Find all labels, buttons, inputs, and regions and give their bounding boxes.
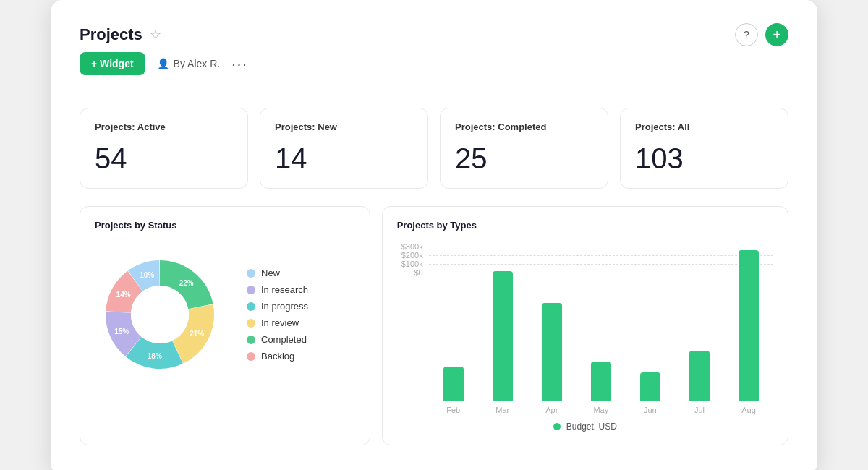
user-label: By Alex R. [174, 58, 221, 69]
bar-group-Aug [724, 242, 773, 401]
legend-label-0: New [261, 268, 280, 278]
legend-item-1: In research [247, 284, 308, 295]
stat-value-0: 54 [95, 142, 233, 175]
stat-label-0: Projects: Active [95, 121, 233, 132]
legend-dot-5 [247, 352, 255, 361]
legend-label-3: In review [261, 317, 299, 328]
toolbar: + Widget 👤 By Alex R. ··· [80, 52, 788, 75]
budget-legend-label: Budget, USD [566, 422, 617, 432]
by-user-filter[interactable]: 👤 By Alex R. [157, 58, 221, 69]
x-label-Apr: Apr [527, 406, 576, 414]
stat-value-3: 103 [635, 142, 773, 175]
legend-dot-3 [247, 319, 255, 328]
widget-button[interactable]: + Widget [80, 52, 145, 75]
status-chart-card: Projects by Status 22%21%18%15%14%10% Ne… [80, 206, 370, 445]
bar-Apr[interactable] [542, 303, 562, 401]
stat-card-1: Projects: New 14 [260, 108, 428, 189]
budget-legend-dot [553, 423, 561, 430]
legend-item-3: In review [247, 317, 308, 328]
more-options-button[interactable]: ··· [231, 56, 248, 72]
bar-Feb[interactable] [443, 367, 464, 401]
legend-dot-4 [247, 336, 255, 344]
types-chart-title: Projects by Types [397, 220, 773, 231]
header: Projects ☆ ? + [80, 23, 788, 46]
grid-label-100: $100k [397, 260, 423, 268]
donut-label-4: 14% [116, 291, 131, 299]
grid-label-200: $200k [397, 251, 423, 260]
donut-legend: New In research In progress In review Co… [247, 268, 308, 362]
bar-Mar[interactable] [493, 271, 513, 401]
stat-label-1: Projects: New [275, 121, 413, 132]
divider [80, 90, 788, 90]
bar-group-Apr [527, 242, 576, 401]
help-button[interactable]: ? [735, 23, 758, 46]
stat-value-1: 14 [275, 142, 413, 175]
bar-group-Jul [675, 242, 724, 401]
donut-label-3: 15% [114, 328, 129, 336]
bar-May[interactable] [591, 362, 611, 401]
donut-label-2: 18% [148, 352, 162, 360]
types-chart-card: Projects by Types $300k $200k $100k [382, 206, 788, 445]
x-label-May: May [576, 406, 626, 414]
legend-item-4: Completed [247, 334, 308, 345]
stat-card-3: Projects: All 103 [620, 108, 788, 189]
stat-label-3: Projects: All [635, 121, 773, 132]
donut-label-1: 21% [190, 330, 204, 338]
bar-Jun[interactable] [640, 372, 660, 401]
donut-center [131, 286, 189, 343]
page-title: Projects [80, 25, 142, 44]
header-right: ? + [735, 23, 788, 46]
donut-label-5: 10% [140, 271, 154, 279]
donut-label-0: 22% [179, 279, 194, 287]
stat-label-2: Projects: Completed [455, 121, 593, 132]
add-button[interactable]: + [765, 23, 788, 46]
stat-card-2: Projects: Completed 25 [440, 108, 608, 189]
main-window: Projects ☆ ? + + Widget 👤 By Alex R. ···… [51, 0, 817, 470]
star-icon[interactable]: ☆ [150, 27, 161, 43]
bar-Aug[interactable] [739, 250, 759, 401]
stats-row: Projects: Active 54 Projects: New 14 Pro… [80, 108, 788, 189]
x-label-Aug: Aug [724, 406, 773, 414]
user-icon: 👤 [157, 58, 169, 69]
bar-group-May [576, 242, 626, 401]
header-left: Projects ☆ [80, 25, 161, 44]
legend-label-4: Completed [261, 334, 307, 345]
x-label-Mar: Mar [478, 406, 527, 414]
x-label-Jul: Jul [675, 406, 724, 414]
legend-item-5: Backlog [247, 351, 308, 362]
bars-container [429, 242, 773, 401]
grid-label-0: $0 [397, 268, 423, 277]
x-label-Feb: Feb [429, 406, 478, 414]
bar-group-Jun [626, 242, 675, 401]
grid-label-300: $300k [397, 242, 423, 251]
charts-row: Projects by Status 22%21%18%15%14%10% Ne… [80, 206, 788, 445]
status-chart-title: Projects by Status [95, 220, 355, 231]
donut-container: 22%21%18%15%14%10% New In research In pr… [95, 242, 355, 387]
stat-card-0: Projects: Active 54 [80, 108, 248, 189]
bar-Jul[interactable] [689, 351, 710, 401]
legend-label-1: In research [261, 284, 308, 295]
legend-item-0: New [247, 268, 308, 278]
donut-chart: 22%21%18%15%14%10% [95, 249, 225, 380]
stat-value-2: 25 [455, 142, 593, 175]
legend-label-5: Backlog [261, 351, 294, 362]
bar-group-Feb [429, 242, 478, 401]
x-axis: FebMarAprMayJunJulAug [429, 406, 773, 414]
bar-group-Mar [478, 242, 527, 401]
legend-dot-1 [247, 286, 255, 294]
legend-dot-0 [247, 269, 255, 278]
legend-item-2: In progress [247, 301, 308, 312]
legend-label-2: In progress [261, 301, 308, 312]
x-label-Jun: Jun [626, 406, 675, 414]
bar-chart-area: $300k $200k $100k $0 [397, 242, 773, 401]
chart-legend-bottom: Budget, USD [397, 422, 773, 432]
legend-dot-2 [247, 302, 255, 311]
